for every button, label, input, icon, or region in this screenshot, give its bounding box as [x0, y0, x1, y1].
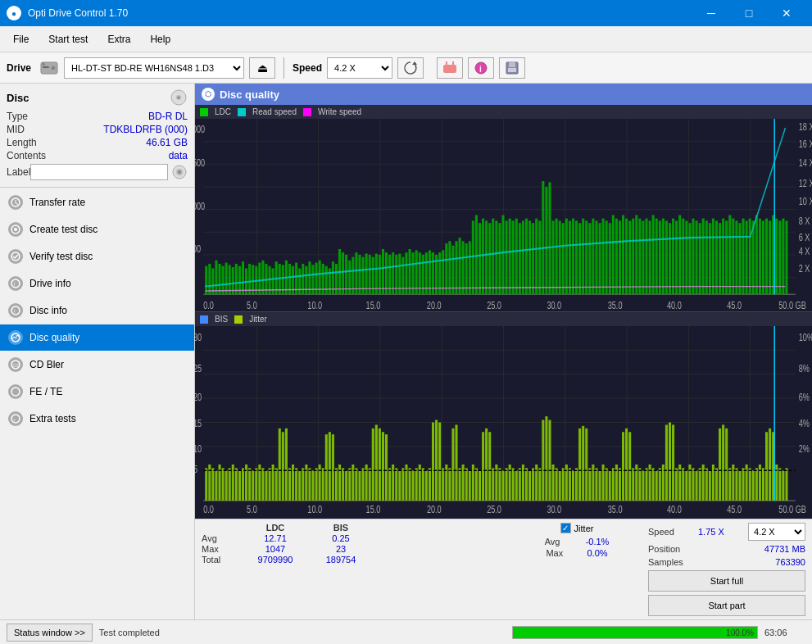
svg-rect-139 [495, 220, 497, 294]
svg-rect-311 [345, 470, 347, 501]
svg-rect-133 [475, 215, 478, 295]
nav-disc-quality[interactable]: Disc quality [0, 324, 194, 351]
jitter-label: Jitter [574, 524, 594, 533]
disc-length-row: Length 46.61 GB [7, 136, 188, 149]
minimize-button[interactable]: ─ [692, 0, 730, 26]
menu-extra[interactable]: Extra [99, 30, 138, 48]
info-button[interactable]: i [468, 57, 494, 79]
svg-rect-394 [622, 432, 624, 501]
svg-rect-129 [462, 241, 465, 294]
nav-create-test-disc[interactable]: Create test disc [0, 216, 194, 243]
ldc-legend-label: LDC [215, 107, 231, 116]
svg-rect-213 [742, 219, 745, 295]
svg-rect-403 [652, 468, 655, 501]
svg-text:15: 15 [195, 418, 202, 429]
svg-rect-339 [438, 423, 441, 501]
menu-start-test[interactable]: Start test [40, 30, 96, 48]
nav-disc-info[interactable]: i Disc info [0, 297, 194, 324]
svg-text:i: i [479, 65, 482, 74]
svg-point-16 [178, 97, 180, 99]
svg-rect-93 [342, 252, 344, 294]
svg-rect-193 [675, 220, 678, 294]
svg-rect-322 [382, 432, 384, 501]
maximize-button[interactable]: □ [730, 0, 768, 26]
status-text: Test completed [99, 628, 506, 637]
toolbar-separator [284, 57, 284, 79]
ldc-legend-dot [200, 108, 208, 116]
svg-rect-136 [485, 220, 488, 294]
bis-legend-label: BIS [215, 315, 228, 324]
speed-select-right[interactable]: 4.2 X [748, 523, 805, 541]
svg-rect-61 [235, 264, 238, 294]
jitter-max-label: Max [546, 548, 587, 558]
nav-transfer-rate[interactable]: Transfer rate [0, 189, 194, 215]
svg-rect-424 [722, 424, 724, 501]
svg-rect-298 [302, 468, 304, 501]
svg-text:16 X: 16 X [799, 138, 812, 149]
svg-rect-113 [408, 249, 411, 294]
svg-rect-312 [348, 468, 351, 501]
svg-rect-204 [712, 219, 714, 295]
start-full-button[interactable]: Start full [648, 570, 805, 592]
svg-rect-179 [628, 220, 631, 294]
menu-file[interactable]: File [5, 30, 37, 48]
total-ldc: 9709990 [243, 555, 308, 565]
statusbar: Status window >> Test completed 100.0% 6… [0, 619, 812, 644]
progress-bar-fill [513, 627, 757, 638]
speed-selector[interactable]: 4.2 X [327, 57, 392, 79]
dq-title: Disc quality [220, 88, 279, 101]
refresh-button[interactable] [397, 57, 424, 79]
label-input[interactable] [30, 164, 168, 180]
svg-rect-347 [465, 468, 468, 501]
menu-help[interactable]: Help [142, 30, 179, 48]
svg-rect-365 [525, 468, 528, 501]
status-window-button[interactable]: Status window >> [7, 624, 93, 642]
nav-cd-bler[interactable]: CD CD Bler [0, 351, 194, 378]
max-label: Max [202, 544, 243, 554]
svg-rect-306 [329, 432, 331, 501]
svg-rect-199 [696, 220, 698, 294]
svg-rect-407 [665, 424, 668, 501]
svg-text:5.0: 5.0 [247, 300, 257, 311]
svg-rect-432 [749, 468, 751, 501]
max-ldc: 1047 [243, 544, 308, 554]
close-button[interactable]: ✕ [768, 0, 805, 26]
svg-rect-206 [719, 223, 721, 294]
nav-drive-info[interactable]: i Drive info [0, 270, 194, 297]
svg-text:5: 5 [195, 464, 197, 475]
svg-rect-387 [599, 470, 601, 501]
svg-rect-143 [509, 219, 511, 295]
svg-text:500: 500 [195, 243, 201, 255]
svg-rect-203 [709, 223, 711, 294]
jitter-checkbox[interactable]: ✓ [560, 523, 571, 533]
svg-rect-152 [538, 220, 541, 294]
svg-rect-334 [422, 468, 424, 501]
svg-rect-59 [229, 265, 231, 294]
erase-button[interactable] [437, 57, 463, 79]
svg-rect-323 [385, 434, 388, 501]
svg-rect-165 [582, 219, 584, 295]
save-button[interactable] [499, 57, 525, 79]
svg-rect-419 [705, 468, 708, 501]
svg-rect-167 [588, 223, 591, 294]
svg-rect-56 [218, 264, 220, 294]
nav-verify-test-disc[interactable]: Verify test disc [0, 243, 194, 270]
eject-button[interactable]: ⏏ [249, 57, 275, 79]
svg-rect-180 [632, 219, 634, 295]
svg-rect-188 [659, 220, 661, 294]
svg-text:25: 25 [195, 362, 202, 374]
samples-label: Samples [648, 557, 683, 567]
svg-rect-335 [425, 470, 428, 501]
window-controls: ─ □ ✕ [692, 0, 805, 26]
top-legend: LDC Read speed Write speed [195, 105, 812, 119]
nav-extra-tests[interactable]: + Extra tests [0, 406, 194, 432]
svg-rect-415 [692, 468, 694, 501]
start-part-button[interactable]: Start part [648, 595, 805, 616]
nav-fe-te[interactable]: FE / TE [0, 379, 194, 405]
svg-rect-379 [572, 470, 574, 501]
svg-text:6 X: 6 X [799, 232, 810, 243]
svg-rect-211 [735, 220, 737, 294]
drive-selector[interactable]: HL-DT-ST BD-RE WH16NS48 1.D3 [64, 57, 244, 79]
app-icon: ● [7, 6, 21, 20]
svg-rect-170 [599, 223, 601, 294]
